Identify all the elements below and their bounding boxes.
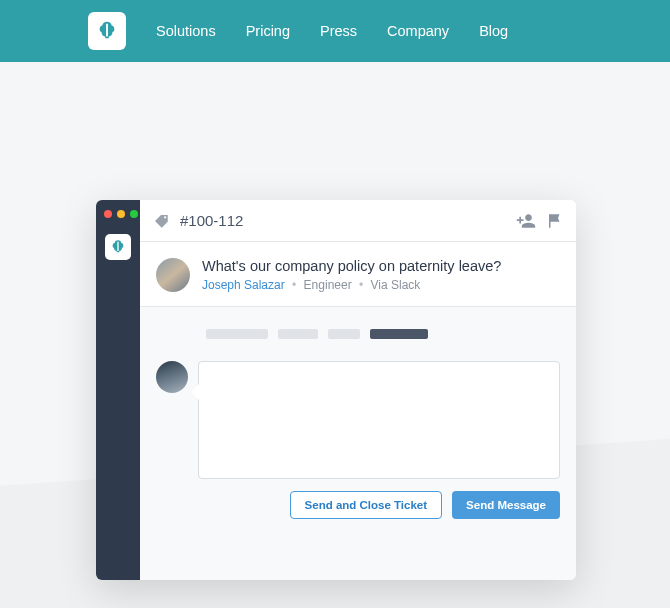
close-window-icon[interactable] [104, 210, 112, 218]
incoming-message: What's our company policy on paternity l… [140, 242, 576, 307]
nav-pricing[interactable]: Pricing [246, 23, 290, 39]
tab-active[interactable] [370, 329, 428, 339]
tab-placeholder[interactable] [328, 329, 360, 339]
action-buttons: Send and Close Ticket Send Message [140, 479, 576, 533]
titlebar: #100-112 [140, 200, 576, 242]
tab-placeholder[interactable] [278, 329, 318, 339]
tab-row [140, 307, 576, 351]
top-navigation: Solutions Pricing Press Company Blog [0, 0, 670, 62]
send-and-close-button[interactable]: Send and Close Ticket [290, 491, 443, 519]
nav-company[interactable]: Company [387, 23, 449, 39]
message-meta: Joseph Salazar • Engineer • Via Slack [202, 278, 560, 292]
app-logo[interactable] [105, 234, 131, 260]
tag-icon[interactable] [152, 212, 170, 230]
message-content: What's our company policy on paternity l… [202, 258, 560, 292]
send-message-button[interactable]: Send Message [452, 491, 560, 519]
add-user-icon[interactable] [516, 211, 536, 231]
nav-press[interactable]: Press [320, 23, 357, 39]
brain-icon [96, 20, 118, 42]
tab-placeholder[interactable] [206, 329, 268, 339]
avatar [156, 361, 188, 393]
avatar [156, 258, 190, 292]
ticket-id: #100-112 [180, 212, 506, 229]
window-controls [96, 206, 146, 228]
nav-blog[interactable]: Blog [479, 23, 508, 39]
brand-logo[interactable] [88, 12, 126, 50]
ticket-window: #100-112 What's our company policy on pa… [96, 200, 576, 580]
message-text: What's our company policy on paternity l… [202, 258, 560, 274]
flag-icon[interactable] [546, 212, 564, 230]
window-sidebar [96, 200, 140, 580]
nav-solutions[interactable]: Solutions [156, 23, 216, 39]
minimize-window-icon[interactable] [117, 210, 125, 218]
compose-area [140, 351, 576, 479]
message-author[interactable]: Joseph Salazar [202, 278, 285, 292]
message-role: Engineer [304, 278, 352, 292]
brain-icon [110, 239, 126, 255]
window-main: #100-112 What's our company policy on pa… [140, 200, 576, 580]
maximize-window-icon[interactable] [130, 210, 138, 218]
compose-textarea[interactable] [198, 361, 560, 479]
message-source: Via Slack [371, 278, 421, 292]
